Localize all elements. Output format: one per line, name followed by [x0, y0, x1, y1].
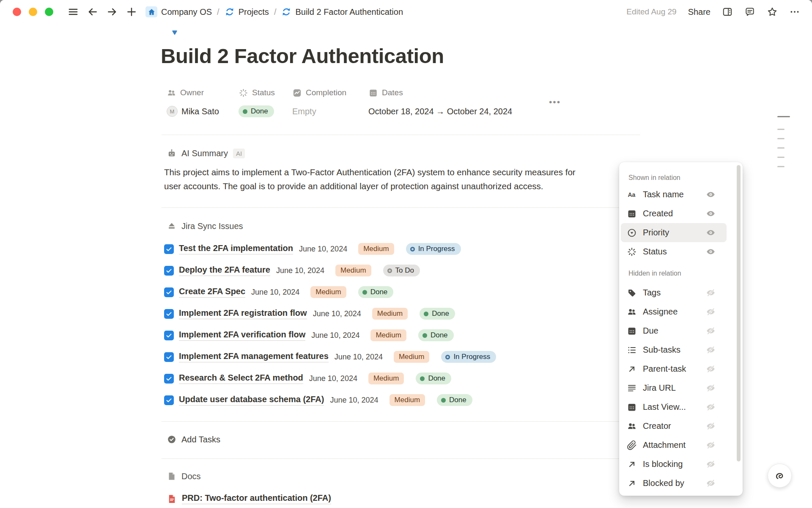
status-pill: Done — [358, 286, 394, 298]
side-panel-icon[interactable] — [722, 6, 733, 17]
breadcrumb-item[interactable]: Projects / — [225, 7, 282, 17]
task-date: June 10, 2024 — [299, 245, 347, 254]
page-gem-icon — [171, 29, 178, 36]
property-menu-item[interactable]: Jira URL — [621, 378, 727, 398]
status-dot — [441, 398, 446, 403]
ai-assistant-button[interactable] — [768, 464, 792, 488]
breadcrumb-item[interactable]: Build 2 Factor Authentication — [281, 7, 413, 17]
task-name-link[interactable]: Implement 2FA registration flow — [179, 308, 307, 319]
eye-icon[interactable] — [706, 190, 716, 199]
task-name-link[interactable]: Implement 2FA verification flow — [179, 330, 305, 341]
task-checkbox[interactable] — [164, 374, 174, 384]
zoom-window-button[interactable] — [45, 8, 53, 16]
task-checkbox[interactable] — [164, 266, 174, 276]
property-menu-item[interactable]: Attachment — [621, 436, 727, 455]
property-menu-item[interactable]: Is blocking — [621, 455, 727, 474]
property-menu-item[interactable]: Last View... — [621, 398, 727, 417]
property-menu-label: Due — [643, 326, 706, 336]
property-owner[interactable]: Owner — [167, 87, 239, 99]
paperclip-icon — [627, 440, 637, 450]
task-row: Implement 2FA verification flow June 10,… — [164, 329, 640, 341]
arrow-left-icon — [87, 6, 98, 17]
ai-badge: AI — [233, 149, 245, 158]
status-dot — [424, 312, 428, 316]
property-menu-item[interactable]: Sub-tasks — [621, 340, 727, 359]
eye-off-icon[interactable] — [706, 440, 716, 450]
new-page-button[interactable] — [126, 6, 137, 17]
chart-icon — [292, 88, 302, 98]
eye-off-icon[interactable] — [706, 288, 716, 298]
property-status[interactable]: Status — [239, 87, 292, 99]
property-menu-label: Status — [643, 247, 706, 257]
lines-icon — [627, 383, 637, 393]
toolbar: Company OS / Projects / Build 2 Factor A… — [0, 0, 812, 24]
comments-icon[interactable] — [744, 6, 755, 17]
divider — [162, 207, 640, 208]
property-dates[interactable]: Dates — [368, 87, 512, 99]
popover-scrollbar[interactable] — [737, 165, 741, 461]
people-icon — [627, 307, 637, 317]
minimize-window-button[interactable] — [29, 8, 37, 16]
property-menu-item[interactable]: Parent-task — [621, 359, 727, 378]
property-menu-item[interactable]: Task name — [621, 185, 727, 204]
property-menu-item[interactable]: Status — [621, 242, 727, 261]
property-menu-item[interactable]: Blocked by — [621, 474, 727, 493]
priority-icon — [627, 228, 637, 238]
task-checkbox[interactable] — [164, 395, 174, 405]
breadcrumb-item[interactable]: Company OS / — [145, 6, 225, 17]
task-checkbox[interactable] — [164, 331, 174, 340]
eye-off-icon[interactable] — [706, 364, 716, 374]
task-name-link[interactable]: Test the 2FA implementation — [179, 243, 293, 254]
task-checkbox[interactable] — [164, 309, 174, 319]
eye-off-icon[interactable] — [706, 383, 716, 393]
property-menu-item[interactable]: Created — [621, 204, 727, 223]
add-tasks-button[interactable]: Add Tasks — [167, 433, 220, 446]
close-window-button[interactable] — [13, 8, 21, 16]
doc-link[interactable]: PRD: Two-factor authentication (2FA) — [182, 493, 331, 504]
property-menu-item[interactable]: Tags — [621, 283, 727, 302]
eye-off-icon[interactable] — [706, 345, 716, 355]
task-name-link[interactable]: Create 2FA Spec — [179, 287, 245, 298]
task-checkbox[interactable] — [164, 287, 174, 297]
eye-icon[interactable] — [706, 247, 716, 257]
eye-off-icon[interactable] — [706, 459, 716, 469]
task-name-link[interactable]: Deploy the 2FA feature — [179, 265, 270, 276]
property-menu-item[interactable]: Priority — [621, 223, 727, 242]
calendar-icon — [627, 209, 637, 219]
eye-off-icon[interactable] — [706, 421, 716, 431]
property-status-value[interactable]: Done — [239, 104, 292, 119]
more-options-icon[interactable] — [789, 6, 800, 17]
eye-icon[interactable] — [706, 209, 716, 218]
forward-button[interactable] — [107, 6, 118, 17]
property-menu-item[interactable]: Due — [621, 321, 727, 340]
property-dates-value[interactable]: October 18, 2024 → October 24, 2024 — [368, 104, 512, 119]
sync-icon — [281, 7, 291, 17]
back-button[interactable] — [87, 6, 98, 17]
check-icon — [165, 353, 173, 361]
eye-off-icon[interactable] — [706, 326, 716, 336]
eye-off-icon[interactable] — [706, 478, 716, 488]
favorite-star-icon[interactable] — [767, 6, 778, 17]
eye-off-icon[interactable] — [706, 307, 716, 317]
priority-pill: Medium — [368, 373, 404, 384]
task-list: Test the 2FA implementation June 10, 202… — [162, 243, 640, 416]
property-menu-item[interactable]: Creator — [621, 417, 727, 436]
sidebar-menu-button[interactable] — [68, 6, 79, 17]
task-checkbox[interactable] — [164, 352, 174, 362]
property-completion-value[interactable]: Empty — [292, 104, 368, 119]
task-name-link[interactable]: Implement 2FA management features — [179, 351, 329, 362]
eye-off-icon[interactable] — [706, 402, 716, 412]
property-menu-item[interactable]: Assignee — [621, 302, 727, 321]
property-owner-value[interactable]: MMika Sato — [167, 104, 239, 119]
property-menu-item[interactable] — [621, 493, 727, 496]
task-name-link[interactable]: Research & Select 2FA method — [179, 373, 303, 384]
share-button[interactable]: Share — [688, 7, 710, 17]
property-completion[interactable]: Completion — [292, 87, 368, 99]
task-name-link[interactable]: Update user database schema (2FA) — [179, 395, 324, 406]
task-checkbox[interactable] — [164, 244, 174, 254]
properties-more-button[interactable]: ••• — [549, 97, 561, 108]
page-outline-indicator[interactable] — [777, 116, 790, 175]
eye-icon[interactable] — [706, 228, 716, 237]
window-controls — [13, 8, 53, 16]
page-body: Build 2 Factor Authentication Owner MMik… — [162, 25, 640, 508]
